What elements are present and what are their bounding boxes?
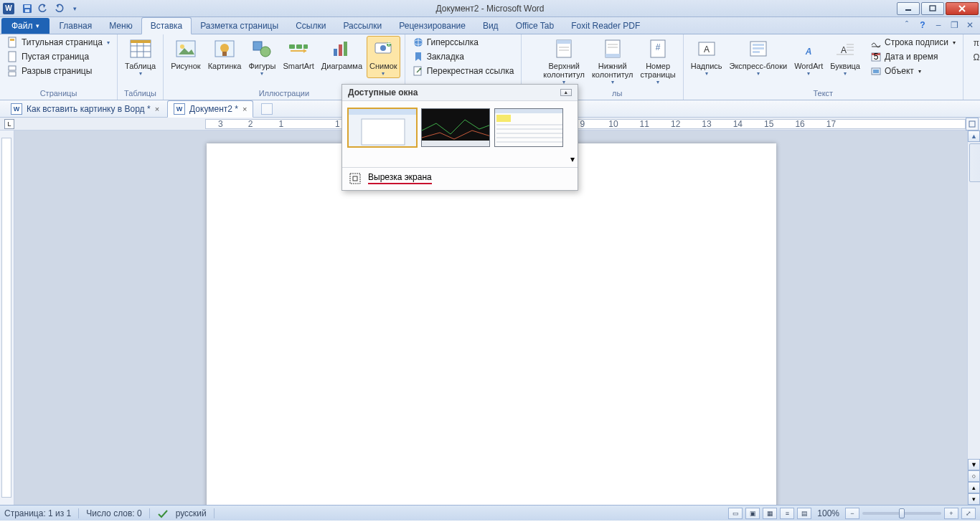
view-draft[interactable]: ▤: [797, 508, 811, 519]
svg-rect-30: [344, 42, 347, 56]
smartart-button[interactable]: SmartArt: [280, 36, 316, 72]
help-button[interactable]: ?: [917, 19, 928, 31]
svg-rect-29: [339, 44, 342, 56]
view-web-layout[interactable]: ▦: [763, 508, 777, 519]
group-pages: Титульная страница▾ Пустая страница Разр…: [0, 34, 118, 100]
crossref-button[interactable]: Перекрестная ссылка: [410, 65, 517, 77]
hyperlink-button[interactable]: Гиперссылка: [410, 36, 517, 49]
doc-tab-2-close[interactable]: ×: [242, 105, 247, 113]
zoom-out-button[interactable]: −: [845, 508, 859, 519]
page-number-icon: #: [646, 37, 669, 60]
view-print-layout[interactable]: ▭: [728, 508, 743, 519]
next-page-button[interactable]: ▾: [968, 493, 980, 505]
zoom-level[interactable]: 100%: [817, 508, 839, 518]
textbox-button[interactable]: AНадпись▾: [688, 36, 725, 78]
blank-page-button[interactable]: Пустая страница: [4, 50, 113, 63]
spellcheck-icon[interactable]: [157, 508, 169, 518]
prev-page-button[interactable]: ▴: [968, 482, 980, 493]
tab-insert[interactable]: Вставка: [141, 17, 192, 34]
window-thumb-3[interactable]: [494, 108, 563, 147]
object-button[interactable]: Объект▾: [867, 65, 958, 77]
svg-rect-27: [303, 44, 308, 49]
browse-object-button[interactable]: ○: [968, 470, 980, 482]
scroll-down-button[interactable]: ▼: [968, 459, 980, 470]
datetime-button[interactable]: 5Дата и время: [867, 50, 958, 63]
svg-rect-23: [253, 42, 262, 50]
svg-rect-52: [753, 44, 764, 46]
clipart-button[interactable]: Картинка: [205, 36, 245, 72]
window-thumb-2[interactable]: [421, 108, 490, 147]
header-icon: [552, 37, 575, 60]
table-button[interactable]: Таблица ▾: [122, 36, 159, 78]
ruler-toggle[interactable]: [966, 118, 979, 130]
cover-page-button[interactable]: Титульная страница▾: [4, 36, 113, 49]
tab-references[interactable]: Ссылки: [287, 18, 334, 34]
window-thumb-1[interactable]: [348, 108, 417, 147]
tab-pagelayout[interactable]: Разметка страницы: [192, 18, 287, 34]
tab-review[interactable]: Рецензирование: [390, 18, 474, 34]
view-outline[interactable]: ≡: [780, 508, 794, 519]
doc-tab-1-label: Как вставить картинку в Ворд *: [27, 104, 151, 114]
header-button[interactable]: Верхний колонтитул▾: [540, 36, 588, 87]
scroll-up-button[interactable]: ▲: [968, 130, 980, 142]
doc-tab-1[interactable]: W Как вставить картинку в Ворд * ×: [4, 100, 166, 118]
minimize-button[interactable]: [897, 2, 920, 15]
status-words[interactable]: Число слов: 0: [86, 508, 141, 518]
svg-rect-76: [495, 109, 563, 113]
svg-rect-28: [334, 49, 337, 56]
zoom-in-button[interactable]: +: [944, 508, 958, 519]
tab-home[interactable]: Главная: [51, 18, 101, 34]
vertical-scrollbar[interactable]: ▲ ▼ ○ ▴ ▾: [967, 130, 980, 505]
status-bar: Страница: 1 из 1 Число слов: 0 русский ▭…: [0, 505, 980, 521]
maximize-button[interactable]: [921, 2, 944, 15]
close-button[interactable]: [946, 2, 979, 15]
mdi-close-button[interactable]: ✕: [964, 19, 976, 31]
doc-tab-new[interactable]: [255, 100, 279, 118]
symbol-button[interactable]: ΩСимвол▾: [968, 50, 980, 63]
tab-foxit[interactable]: Foxit Reader PDF: [562, 18, 649, 34]
tab-selector[interactable]: L: [4, 119, 14, 129]
save-button[interactable]: [20, 2, 34, 15]
document-page[interactable]: [207, 143, 776, 505]
status-page[interactable]: Страница: 1 из 1: [4, 508, 71, 518]
screen-clipping-item[interactable]: Вырезка экрана: [342, 168, 578, 190]
equation-icon: π: [971, 37, 980, 48]
doc-tab-1-close[interactable]: ×: [155, 105, 159, 113]
tab-officetab[interactable]: Office Tab: [507, 18, 563, 34]
redo-button[interactable]: [52, 2, 66, 15]
signature-line-button[interactable]: Строка подписи▾: [867, 36, 958, 49]
status-language[interactable]: русский: [176, 508, 207, 518]
dropcap-button[interactable]: AБуквица▾: [827, 36, 863, 78]
scroll-thumb[interactable]: [969, 143, 980, 182]
chart-button[interactable]: Диаграмма: [319, 36, 365, 72]
picture-button[interactable]: Рисунок: [168, 36, 204, 72]
qat-customize-button[interactable]: ▾: [67, 2, 82, 15]
vertical-ruler[interactable]: [0, 130, 14, 505]
view-full-screen[interactable]: ▣: [745, 508, 760, 519]
hyperlink-icon: [413, 37, 424, 48]
clipart-label: Картинка: [208, 62, 242, 70]
tab-mailings[interactable]: Рассылки: [334, 18, 390, 34]
page-break-button[interactable]: Разрыв страницы: [4, 65, 113, 77]
screenshot-button[interactable]: +Снимок▾: [367, 36, 400, 78]
mdi-restore-button[interactable]: ❐: [948, 19, 960, 31]
doc-tab-2[interactable]: W Документ2 * ×: [167, 100, 253, 118]
tab-menu[interactable]: Меню: [100, 18, 141, 34]
shapes-button[interactable]: Фигуры▾: [245, 36, 278, 78]
page-number-button[interactable]: #Номер страницы▾: [638, 36, 679, 87]
popup-scroll-up[interactable]: ▴: [560, 89, 572, 96]
fit-to-page-button[interactable]: ⤢: [961, 508, 976, 519]
wordart-button[interactable]: AWordArt▾: [791, 36, 826, 78]
quickparts-button[interactable]: Экспресс-блоки▾: [727, 36, 791, 78]
minimize-ribbon-button[interactable]: ˆ: [901, 19, 913, 31]
bookmark-button[interactable]: Закладка: [410, 50, 517, 63]
svg-point-32: [380, 45, 386, 51]
undo-button[interactable]: [36, 2, 50, 15]
zoom-slider[interactable]: [862, 512, 941, 515]
tab-view[interactable]: Вид: [474, 18, 507, 34]
footer-button[interactable]: Нижний колонтитул▾: [589, 36, 636, 87]
popup-scroll-down[interactable]: ▾: [570, 154, 575, 164]
mdi-minimize-button[interactable]: –: [933, 19, 944, 31]
file-tab[interactable]: Файл: [1, 18, 50, 34]
equation-button[interactable]: πФормула▾: [968, 36, 980, 49]
